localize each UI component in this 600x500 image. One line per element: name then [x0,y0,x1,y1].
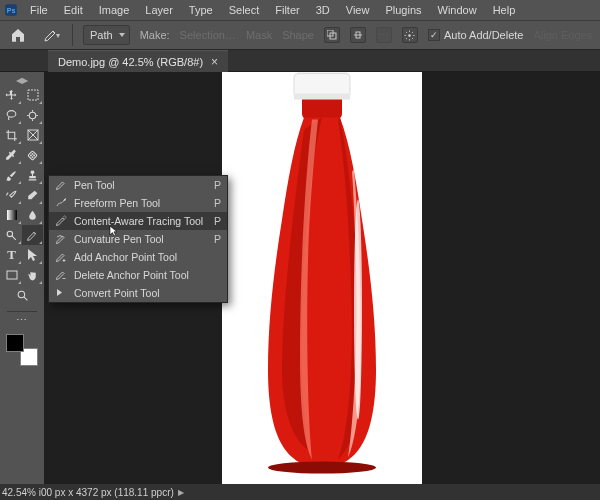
frame-tool[interactable] [22,125,43,145]
svg-text:Ps: Ps [7,7,16,14]
flyout-item-shortcut: P [214,233,221,245]
path-align-icon[interactable] [350,27,366,43]
menu-image[interactable]: Image [91,0,138,20]
stamp-tool[interactable] [22,165,43,185]
marquee-tool[interactable] [22,85,43,105]
flyout-item-label: Delete Anchor Point Tool [74,269,215,281]
svg-point-14 [30,155,31,156]
move-tool[interactable] [1,85,22,105]
flyout-item-curve[interactable]: Curvature Pen ToolP [49,230,227,248]
path-settings-icon[interactable] [402,27,418,43]
color-swatches[interactable] [6,334,38,366]
flyout-item-label: Curvature Pen Tool [74,233,208,245]
auto-add-delete-checkbox[interactable]: ✓Auto Add/Delete [428,29,524,41]
make-label: Make: [140,29,170,41]
document-tab-bar: Demo.jpg @ 42.5% (RGB/8#) × [0,50,600,72]
blur-tool[interactable] [22,205,43,225]
zoom-tool[interactable] [1,285,43,305]
make-selection-button[interactable]: Selection… [180,29,236,41]
path-arrange-icon[interactable]: ⋯ [376,27,392,43]
hand-tool[interactable] [22,265,43,285]
make-shape-button[interactable]: Shape [282,29,314,41]
svg-point-25 [354,200,362,420]
brush-tool[interactable] [1,165,22,185]
close-tab-icon[interactable]: × [211,55,218,69]
type-tool[interactable]: T [1,245,22,265]
svg-point-26 [268,462,376,474]
eyedropper-tool[interactable] [1,145,22,165]
path-operations-icon[interactable] [324,27,340,43]
dodge-tool[interactable] [1,225,22,245]
document-tab-title: Demo.jpg @ 42.5% (RGB/8#) [58,56,203,68]
svg-point-8 [7,110,16,117]
status-bar: 42.54% i00 px x 4372 px (118.11 ppcr) ▶ [0,484,600,500]
flyout-item-del[interactable]: Delete Anchor Point Tool [49,266,227,284]
path-mode-label: Path [90,29,113,41]
flyout-item-pen[interactable]: Pen ToolP [49,176,227,194]
tools-panel: ◀▶ [0,72,44,484]
menu-plugins[interactable]: Plugins [377,0,429,20]
foreground-color-swatch[interactable] [6,334,24,352]
menu-filter[interactable]: Filter [267,0,307,20]
menu-3d[interactable]: 3D [308,0,338,20]
menu-select[interactable]: Select [221,0,268,20]
svg-point-15 [34,155,35,156]
pen-icon [53,178,68,193]
del-icon [53,268,68,283]
menu-file[interactable]: File [22,0,56,20]
menu-edit[interactable]: Edit [56,0,91,20]
flyout-item-conv[interactable]: Convert Point Tool [49,284,227,302]
menu-layer[interactable]: Layer [137,0,181,20]
flyout-item-trace[interactable]: Content-Aware Tracing ToolP [49,212,227,230]
home-button[interactable] [6,23,30,47]
history-brush-tool[interactable] [1,185,22,205]
svg-rect-24 [294,94,350,100]
gradient-tool[interactable] [1,205,22,225]
quick-select-tool[interactable] [22,105,43,125]
conv-icon [53,286,68,301]
flyout-item-label: Content-Aware Tracing Tool [74,215,208,227]
svg-rect-18 [7,210,17,220]
path-mode-dropdown[interactable]: Path [83,25,130,45]
options-bar: ▾ Path Make: Selection… Mask Shape ⋯ ✓Au… [0,20,600,50]
menu-type[interactable]: Type [181,0,221,20]
pen-tool[interactable] [22,225,43,245]
svg-rect-13 [28,150,37,159]
flyout-item-shortcut: P [214,179,221,191]
flyout-item-label: Pen Tool [74,179,208,191]
trace-icon [53,214,68,229]
active-tool-icon[interactable]: ▾ [40,24,62,46]
svg-rect-7 [28,90,38,100]
flyout-item-freeform[interactable]: Freeform Pen ToolP [49,194,227,212]
rectangle-tool[interactable] [1,265,22,285]
flyout-item-add[interactable]: Add Anchor Point Tool [49,248,227,266]
make-mask-button[interactable]: Mask [246,29,272,41]
flyout-item-label: Freeform Pen Tool [74,197,208,209]
edit-toolbar-icon[interactable]: ⋯ [1,312,43,328]
pen-tool-flyout: Pen ToolPFreeform Pen ToolPContent-Aware… [48,175,228,303]
tools-collapse-icon[interactable]: ◀▶ [2,75,42,85]
flyout-item-label: Convert Point Tool [74,287,215,299]
flyout-item-label: Add Anchor Point Tool [74,251,215,263]
lasso-tool[interactable] [1,105,22,125]
path-select-tool[interactable] [22,245,43,265]
flyout-item-shortcut: P [214,215,221,227]
crop-tool[interactable] [1,125,22,145]
status-zoom[interactable]: 42.54% [2,487,36,498]
svg-point-9 [29,112,36,119]
eraser-tool[interactable] [22,185,43,205]
document-tab[interactable]: Demo.jpg @ 42.5% (RGB/8#) × [48,50,228,72]
menu-view[interactable]: View [338,0,378,20]
menu-window[interactable]: Window [430,0,485,20]
bottle-image [242,72,402,480]
svg-point-17 [32,156,33,157]
status-more-icon[interactable]: ▶ [178,488,184,497]
add-icon [53,250,68,265]
curve-icon [53,232,68,247]
flyout-item-shortcut: P [214,197,221,209]
menu-help[interactable]: Help [485,0,524,20]
healing-tool[interactable] [22,145,43,165]
status-dimensions: i00 px x 4372 px (118.11 ppcr) [39,487,174,498]
svg-point-21 [18,291,25,298]
auto-add-delete-label: Auto Add/Delete [444,29,524,41]
